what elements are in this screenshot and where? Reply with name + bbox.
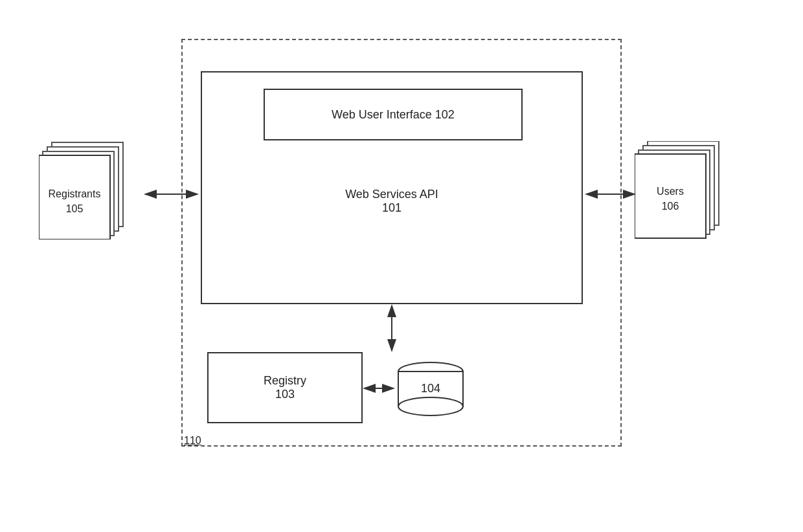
label-110: 110 [184, 435, 201, 447]
diagram-area: Web User Interface 102 Web Services API … [0, 0, 803, 532]
arrows-overlay [0, 0, 803, 532]
